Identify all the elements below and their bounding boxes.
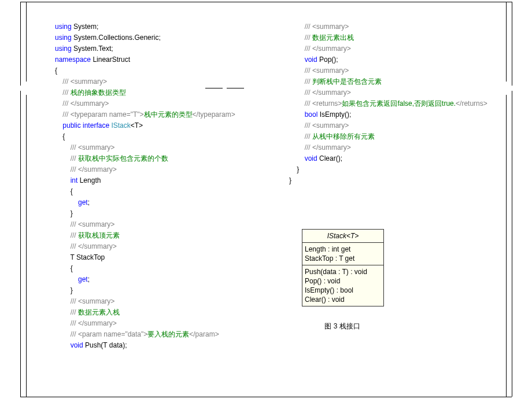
code-kw: void xyxy=(305,56,317,64)
frame-left-inner-bottom xyxy=(26,95,27,397)
code-docslash: /// xyxy=(62,88,70,97)
code-doctag: <summary> xyxy=(71,77,107,86)
code-doctag: </summary> xyxy=(71,99,109,108)
code-text: System.Text; xyxy=(72,45,113,53)
code-text: ; xyxy=(88,275,90,283)
code-doctag: </param> xyxy=(189,330,219,338)
code-kw: int xyxy=(71,176,78,184)
code-kw: namespace xyxy=(55,56,91,64)
code-kw: void xyxy=(305,154,317,162)
uml-methods: Push(data : T) : void Pop() : void IsEmp… xyxy=(302,265,383,306)
uml-properties: Length : int get StackTop : T get xyxy=(302,243,383,265)
code-doctag: <summary> xyxy=(78,143,114,152)
code-doccomment: 栈的抽象数据类型 xyxy=(71,88,126,97)
code-type: IStack xyxy=(111,121,130,130)
code-docslash: /// xyxy=(71,242,78,250)
frame-bottom xyxy=(20,397,512,397)
code-doccomment: 数据元素入栈 xyxy=(78,308,120,316)
code-text: } xyxy=(289,176,291,184)
code-kw: public interface xyxy=(62,121,111,130)
code-doctag: </summary> xyxy=(78,319,117,327)
code-docslash: /// xyxy=(71,154,78,162)
code-docslash: /// xyxy=(305,34,312,42)
code-kw: get xyxy=(78,198,88,206)
uml-method: Pop() : void xyxy=(305,276,381,286)
code-docslash: /// xyxy=(71,319,78,327)
code-docslash: /// xyxy=(305,66,312,75)
code-doctag: <returns> xyxy=(312,99,342,108)
code-kw: using xyxy=(55,34,72,42)
document-page: using System; using System.Collections.G… xyxy=(0,0,532,399)
code-docslash: /// xyxy=(71,297,78,305)
figure-caption: 图 3 栈接口 xyxy=(302,322,383,331)
code-docslash: /// xyxy=(62,99,70,108)
code-text: { xyxy=(55,66,57,75)
code-docslash: /// xyxy=(305,23,312,31)
code-text: Push(T data); xyxy=(83,341,127,349)
code-doctag: </returns> xyxy=(456,99,487,108)
code-kw: using xyxy=(55,45,72,53)
code-docslash: /// xyxy=(62,77,70,86)
code-text: { xyxy=(71,264,73,272)
code-docslash: /// xyxy=(71,330,78,338)
code-doccomment: 要入栈的元素 xyxy=(147,330,189,338)
code-column-left: using System; using System.Collections.G… xyxy=(55,10,269,351)
code-doccomment: 获取栈中实际包含元素的个数 xyxy=(78,154,168,162)
code-doctag: <summary> xyxy=(78,297,114,305)
uml-diagram: IStack<T> Length : int get StackTop : T … xyxy=(302,229,384,306)
code-text: System; xyxy=(72,23,99,31)
code-text: Length xyxy=(77,176,101,184)
frame-left-inner-top xyxy=(26,2,27,82)
uml-method: IsEmpty() : bool xyxy=(305,286,381,295)
code-docslash: /// xyxy=(71,231,78,239)
code-docslash: /// xyxy=(305,99,312,108)
uml-prop: Length : int get xyxy=(305,245,381,254)
code-text: Pop(); xyxy=(317,56,338,64)
code-docslash: /// xyxy=(62,110,70,119)
uml-prop: StackTop : T get xyxy=(305,254,381,263)
code-doctag: </summary> xyxy=(312,45,351,53)
code-docslash: /// xyxy=(305,88,312,97)
code-doctag: <param name="data"> xyxy=(78,330,147,338)
frame-left-outer-top xyxy=(20,2,21,86)
code-text: } xyxy=(71,286,73,294)
code-doccomment: 判断栈中是否包含元素 xyxy=(312,77,382,86)
code-text: LinearStruct xyxy=(91,56,130,64)
code-text: <T> xyxy=(131,121,143,130)
code-kw: using xyxy=(55,23,72,31)
code-kw: bool xyxy=(305,110,318,119)
code-doctag: <summary> xyxy=(78,220,114,228)
code-doctag: </summary> xyxy=(312,143,351,152)
code-doctag: <typeparam name="T"> xyxy=(71,110,144,119)
code-text: IsEmpty(); xyxy=(317,110,351,119)
code-doccomment: 从栈中移除所有元素 xyxy=(312,132,375,141)
code-text: } xyxy=(71,209,73,217)
code-docslash: /// xyxy=(71,165,78,173)
code-column-right: /// <summary> /// 数据元素出栈 /// </summary> … xyxy=(289,10,520,186)
code-doccomment: 栈中元素的类型 xyxy=(144,110,193,119)
code-doctag: <summary> xyxy=(312,23,349,31)
code-doctag: </summary> xyxy=(78,165,117,173)
uml-method: Clear() : void xyxy=(305,295,381,304)
code-doctag: </typeparam> xyxy=(193,110,235,119)
code-docslash: /// xyxy=(305,132,312,141)
code-docslash: /// xyxy=(305,45,312,53)
frame-top xyxy=(20,2,512,2)
code-docslash: /// xyxy=(71,220,78,228)
code-docslash: /// xyxy=(305,77,312,86)
code-doctag: <summary> xyxy=(312,121,349,130)
code-text: T StackTop xyxy=(70,253,105,261)
code-text: { xyxy=(71,187,73,195)
code-doctag: </summary> xyxy=(312,88,351,97)
frame-left-outer-bottom xyxy=(20,91,21,397)
code-text: { xyxy=(62,132,65,141)
code-doccomment: 获取栈顶元素 xyxy=(78,231,120,239)
code-docslash: /// xyxy=(71,143,78,152)
code-text: System.Collections.Generic; xyxy=(72,34,161,42)
code-text: Clear(); xyxy=(317,154,342,162)
code-docslash: /// xyxy=(305,143,312,152)
code-doccomment: 如果包含元素返回false,否则返回true. xyxy=(342,99,456,108)
uml-title: IStack<T> xyxy=(302,230,383,243)
uml-method: Push(data : T) : void xyxy=(305,267,381,276)
code-doctag: </summary> xyxy=(78,242,117,250)
